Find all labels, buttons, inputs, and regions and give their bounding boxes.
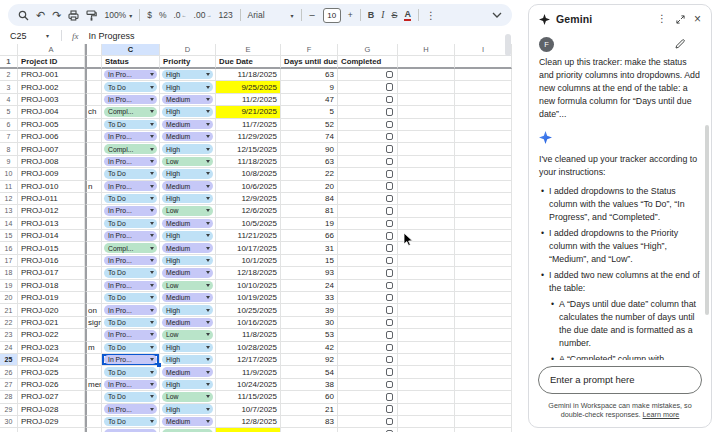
chip-dropdown-icon[interactable] — [206, 135, 210, 138]
row-header[interactable]: 10 — [0, 168, 18, 180]
undo-icon[interactable]: ↶ — [36, 9, 45, 22]
row-header[interactable]: 2 — [0, 69, 18, 81]
empty-cell[interactable] — [455, 168, 512, 180]
empty-cell[interactable] — [398, 205, 455, 217]
due-date-cell[interactable]: 12/18/2025 — [216, 267, 281, 279]
due-date-cell[interactable]: 11/8/2025 — [216, 329, 281, 341]
priority-cell[interactable]: High — [160, 193, 216, 205]
cell-project-name-clipped[interactable] — [85, 218, 102, 230]
priority-cell[interactable]: High — [160, 168, 216, 180]
chip-dropdown-icon[interactable] — [150, 148, 154, 151]
row-header[interactable]: 11 — [0, 181, 18, 193]
completed-checkbox[interactable] — [386, 232, 394, 240]
due-date-cell[interactable]: 9/25/2025 — [216, 81, 281, 93]
status-cell[interactable]: To Do — [102, 218, 160, 230]
priority-cell[interactable]: High — [160, 69, 216, 81]
priority-cell[interactable]: Medium — [160, 94, 216, 106]
cell-project-name-clipped[interactable] — [85, 131, 102, 143]
cell-project-name-clipped[interactable] — [85, 280, 102, 292]
cell-project-id[interactable]: PROJ-011 — [18, 193, 85, 205]
sidebar-close-icon[interactable]: × — [694, 14, 701, 24]
completed-cell[interactable] — [338, 267, 398, 279]
empty-cell[interactable] — [455, 379, 512, 391]
days-until-due-cell[interactable]: 39 — [281, 304, 338, 316]
priority-chip[interactable]: Medium — [162, 132, 213, 142]
chip-dropdown-icon[interactable] — [206, 234, 210, 237]
priority-cell[interactable]: High — [160, 304, 216, 316]
status-cell[interactable]: To Do — [102, 342, 160, 354]
chip-dropdown-icon[interactable] — [150, 110, 154, 113]
completed-cell[interactable] — [338, 242, 398, 254]
status-cell[interactable]: In Pro... — [102, 428, 160, 432]
due-date-cell[interactable]: 11/21/2025 — [216, 230, 281, 242]
completed-checkbox[interactable] — [386, 356, 394, 364]
completed-cell[interactable] — [338, 342, 398, 354]
status-chip[interactable]: In Pro... — [104, 231, 157, 241]
completed-checkbox[interactable] — [386, 269, 394, 277]
status-cell[interactable]: In Pro... — [102, 69, 160, 81]
priority-cell[interactable]: High — [160, 342, 216, 354]
row-header[interactable]: 19 — [0, 280, 18, 292]
row-header[interactable]: 28 — [0, 391, 18, 403]
empty-cell[interactable] — [455, 94, 512, 106]
priority-cell[interactable]: Medium — [160, 218, 216, 230]
cell-project-name-clipped[interactable]: ment — [85, 379, 102, 391]
priority-chip[interactable]: Medium — [162, 367, 213, 377]
completed-checkbox[interactable] — [386, 83, 394, 91]
status-chip[interactable]: To Do — [104, 318, 157, 328]
priority-chip[interactable]: High — [162, 305, 213, 315]
cell-project-id[interactable]: PROJ-006 — [18, 131, 85, 143]
cell-project-name-clipped[interactable] — [85, 168, 102, 180]
empty-cell[interactable] — [398, 131, 455, 143]
chip-dropdown-icon[interactable] — [150, 296, 154, 299]
status-cell[interactable]: To Do — [102, 317, 160, 329]
due-date-cell[interactable]: 10/8/2025 — [216, 168, 281, 180]
due-date-cell[interactable]: 10/6/2025 — [216, 181, 281, 193]
row-header[interactable]: 20 — [0, 292, 18, 304]
status-chip[interactable]: Compl... — [104, 144, 157, 154]
completed-checkbox[interactable] — [386, 133, 394, 141]
empty-cell[interactable] — [455, 354, 512, 366]
cell-project-name-clipped[interactable] — [85, 205, 102, 217]
chip-dropdown-icon[interactable] — [150, 309, 154, 312]
days-until-due-cell[interactable]: 42 — [281, 342, 338, 354]
row-header[interactable]: 8 — [0, 143, 18, 155]
completed-cell[interactable] — [338, 106, 398, 118]
completed-checkbox[interactable] — [386, 294, 394, 302]
row-header[interactable]: 31 — [0, 428, 18, 432]
priority-chip[interactable]: Medium — [162, 318, 213, 328]
status-chip[interactable]: To Do — [104, 82, 157, 92]
cell-project-name-clipped[interactable]: m — [85, 342, 102, 354]
empty-cell[interactable] — [455, 292, 512, 304]
status-cell[interactable]: To Do — [102, 366, 160, 378]
cell-project-id[interactable]: PROJ-001 — [18, 69, 85, 81]
priority-chip[interactable]: Medium — [162, 95, 213, 105]
row-header[interactable]: 24 — [0, 342, 18, 354]
completed-cell[interactable] — [338, 81, 398, 93]
days-until-due-cell[interactable]: 30 — [281, 317, 338, 329]
edit-prompt-icon[interactable] — [675, 39, 685, 49]
cell-project-id[interactable]: PROJ-026 — [18, 379, 85, 391]
status-chip[interactable]: To Do — [104, 268, 157, 278]
status-chip[interactable]: In Pro... — [104, 95, 157, 105]
status-cell[interactable]: To Do — [102, 292, 160, 304]
priority-cell[interactable]: Low — [160, 329, 216, 341]
priority-chip[interactable]: High — [162, 169, 213, 179]
cell-project-id[interactable]: PROJ-021 — [18, 317, 85, 329]
status-chip[interactable]: In Pro... — [104, 281, 157, 291]
empty-cell[interactable] — [398, 366, 455, 378]
days-until-due-cell[interactable]: 19 — [281, 218, 338, 230]
due-date-cell[interactable]: 12/8/2025 — [216, 416, 281, 428]
cell-project-id[interactable]: PROJ-023 — [18, 342, 85, 354]
days-until-due-cell[interactable]: 74 — [281, 131, 338, 143]
name-box-caret-icon[interactable]: ▾ — [46, 32, 49, 39]
status-cell[interactable]: To Do — [102, 416, 160, 428]
priority-chip[interactable]: High — [162, 70, 213, 80]
cell-project-name-clipped[interactable] — [85, 255, 102, 267]
priority-cell[interactable]: High — [160, 379, 216, 391]
learn-more-link[interactable]: Learn more — [643, 410, 680, 419]
priority-cell[interactable]: Medium — [160, 181, 216, 193]
empty-cell[interactable] — [398, 119, 455, 131]
cell-project-id[interactable]: PROJ-017 — [18, 267, 85, 279]
chip-dropdown-icon[interactable] — [206, 98, 210, 101]
